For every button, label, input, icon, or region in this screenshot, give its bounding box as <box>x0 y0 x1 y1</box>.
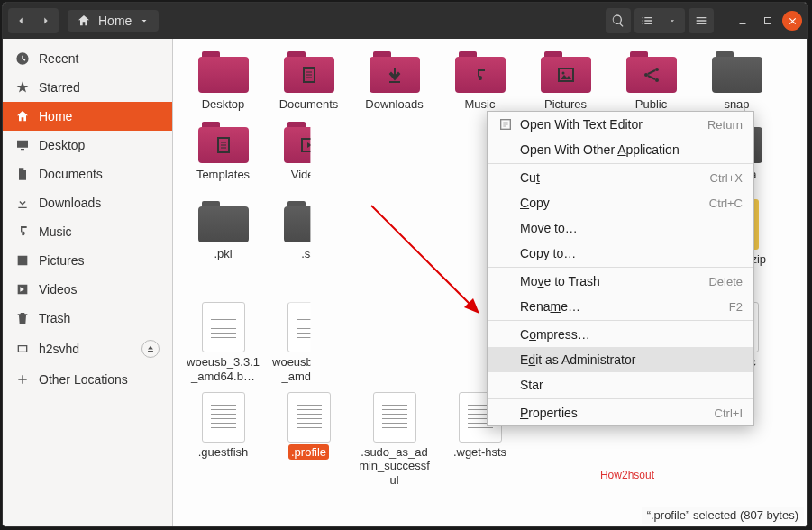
view-menu-button[interactable] <box>660 8 685 33</box>
list-view-button[interactable] <box>634 8 660 33</box>
file-item[interactable]: Music <box>437 50 523 113</box>
sidebar-item-music[interactable]: Music <box>3 217 172 246</box>
sidebar-item-label: Videos <box>39 282 78 297</box>
svg-point-4 <box>655 68 659 71</box>
breadcrumb-label: Home <box>98 14 132 28</box>
minimize-button[interactable] <box>732 10 753 32</box>
sidebar-item-label: Documents <box>39 167 103 181</box>
menu-shortcut: F2 <box>729 300 743 314</box>
file-label: .ss <box>298 246 319 262</box>
file-item[interactable]: .guestfish <box>180 392 266 489</box>
search-button[interactable] <box>606 8 631 33</box>
menu-item[interactable]: Open With Text EditorReturn <box>488 112 753 137</box>
file-item[interactable]: .pki <box>180 199 266 296</box>
menu-shortcut: Ctrl+I <box>715 407 743 420</box>
file-label: .sudo_as_admin_successful <box>354 444 435 489</box>
svg-point-5 <box>644 73 648 77</box>
file-label: Templates <box>194 167 252 183</box>
sidebar-item-other[interactable]: Other Locations <box>3 365 172 394</box>
h2svhd-icon <box>15 342 30 356</box>
sidebar-item-downloads[interactable]: Downloads <box>3 188 172 217</box>
file-item[interactable]: Videos <box>266 120 351 192</box>
menu-item[interactable]: CutCtrl+X <box>488 165 753 190</box>
file-item[interactable]: Templates <box>180 120 266 192</box>
breadcrumb[interactable]: Home <box>68 10 159 32</box>
file-item[interactable]: .sudo_as_admin_successful <box>351 392 437 489</box>
file-item[interactable]: Public <box>608 50 694 113</box>
menu-item[interactable]: Rename…F2 <box>488 294 753 319</box>
menu-item[interactable]: Copy to… <box>488 241 753 266</box>
menu-label: Copy to… <box>520 246 576 260</box>
close-button[interactable] <box>782 11 802 31</box>
pictures-icon <box>15 253 30 268</box>
file-item[interactable]: .profile <box>266 392 351 489</box>
menu-label: Move to Trash <box>520 274 600 288</box>
file-item[interactable]: .ss <box>266 199 351 296</box>
menu-item[interactable]: Move to TrashDelete <box>488 269 753 294</box>
file-icon <box>198 120 249 165</box>
sidebar-item-label: Home <box>39 109 72 123</box>
file-label: woeusb_3.3.1_amd64… <box>269 354 350 384</box>
file-item[interactable]: Pictures <box>523 50 608 113</box>
menu-item[interactable]: Compress… <box>488 322 753 347</box>
file-label: .profile <box>288 444 329 461</box>
sidebar-item-label: Pictures <box>39 253 85 268</box>
sidebar-item-documents[interactable]: Documents <box>3 160 172 188</box>
file-item[interactable]: woeusb_3.3.1_amd64.b… <box>180 302 266 384</box>
menu-shortcut: Ctrl+X <box>710 171 743 185</box>
view-toggle <box>634 8 685 33</box>
menu-item[interactable]: Open With Other Application <box>488 137 753 162</box>
file-icon <box>712 50 762 95</box>
sidebar-item-pictures[interactable]: Pictures <box>3 246 172 275</box>
hamburger-button[interactable] <box>689 8 714 33</box>
file-item[interactable]: Desktop <box>180 50 266 113</box>
titlebar: Home <box>3 3 807 39</box>
file-icon <box>370 50 420 95</box>
sidebar-item-starred[interactable]: Starred <box>3 73 172 102</box>
watermark: How2hsout <box>600 469 654 481</box>
music-icon <box>15 224 30 239</box>
forward-button[interactable] <box>33 8 59 33</box>
sidebar-item-trash[interactable]: Trash <box>3 304 172 333</box>
menu-label: Star <box>520 378 543 392</box>
menu-label: Move to… <box>520 221 578 235</box>
home-icon <box>77 14 91 28</box>
sidebar-item-h2svhd[interactable]: h2svhd <box>3 333 172 365</box>
file-label: Public <box>633 96 670 113</box>
sidebar-item-label: Trash <box>39 311 70 325</box>
status-bar: “.profile” selected (807 bytes) <box>642 507 804 524</box>
sidebar-item-label: Other Locations <box>39 372 128 387</box>
dropdown-icon[interactable] <box>139 15 150 26</box>
svg-point-6 <box>655 78 659 82</box>
file-item[interactable]: woeusb_3.3.1_amd64… <box>266 302 351 384</box>
menu-item[interactable]: PropertiesCtrl+I <box>488 400 753 425</box>
menu-label: Properties <box>520 406 578 420</box>
sidebar-item-label: Recent <box>39 51 78 66</box>
file-label: Documents <box>277 96 342 113</box>
videos-icon <box>15 282 30 297</box>
menu-shortcut: Delete <box>708 275 743 288</box>
sidebar-item-recent[interactable]: Recent <box>3 44 172 73</box>
file-label: Desktop <box>199 96 248 113</box>
sidebar-item-home[interactable]: Home <box>3 102 172 131</box>
recent-icon <box>15 51 30 66</box>
sidebar-item-desktop[interactable]: Desktop <box>3 131 172 160</box>
menu-item[interactable]: Star <box>488 372 753 398</box>
maximize-button[interactable] <box>757 10 779 32</box>
menu-label: Open With Text Editor <box>520 117 643 132</box>
menu-label: Copy <box>520 196 550 210</box>
back-button[interactable] <box>8 8 33 33</box>
eject-icon[interactable] <box>141 340 160 358</box>
file-grid[interactable]: DesktopDocumentsDownloadsMusicPicturesPu… <box>173 39 807 526</box>
file-item[interactable]: snap <box>694 50 780 113</box>
file-item[interactable]: Documents <box>266 50 351 113</box>
menu-item[interactable]: Move to… <box>488 215 753 241</box>
file-label: .pki <box>211 246 234 262</box>
menu-item[interactable]: CopyCtrl+C <box>488 190 753 215</box>
menu-item[interactable]: Edit as Administrator <box>488 347 753 372</box>
menu-label: Open With Other Application <box>520 142 680 157</box>
sidebar-item-videos[interactable]: Videos <box>3 275 172 304</box>
desktop-icon <box>15 138 30 152</box>
file-item[interactable]: Downloads <box>351 50 437 113</box>
trash-icon <box>15 311 30 325</box>
